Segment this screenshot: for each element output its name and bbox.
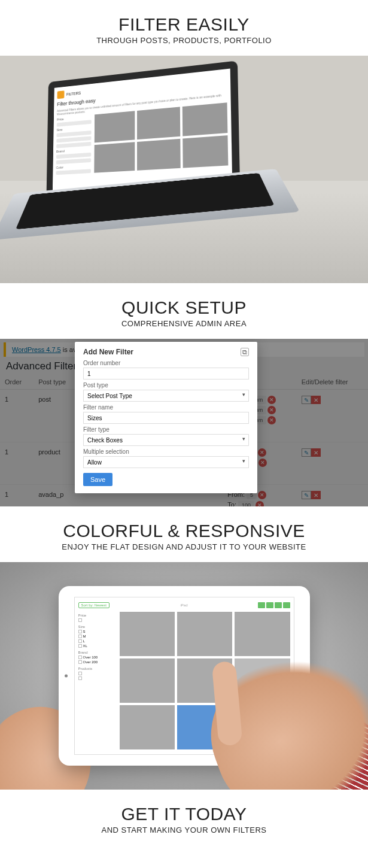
product-gallery	[94, 102, 228, 172]
label-filter-name: Filter name	[83, 404, 249, 411]
checkbox-option[interactable]: XL	[83, 644, 87, 648]
section-3-subtitle: ENJOY THE FLAT DESIGN AND ADJUST IT TO Y…	[6, 542, 362, 551]
section-4-heading: GET IT TODAY AND START MAKING YOUR OWN F…	[0, 790, 368, 845]
checkbox-option[interactable]: M	[83, 635, 86, 638]
checkbox-option[interactable]: Over 200	[83, 660, 98, 664]
label-post-type: Post type	[83, 382, 249, 389]
save-button[interactable]: Save	[83, 473, 112, 486]
sidebar-label: Color	[56, 164, 91, 169]
modal-title: Add New Filter	[83, 348, 133, 356]
logo-icon	[57, 90, 64, 99]
section-3-heading: COLORFUL & RESPONSIVE ENJOY THE FLAT DES…	[0, 506, 368, 562]
section-4-title: GET IT TODAY	[6, 804, 362, 824]
label-order-number: Order number	[83, 360, 249, 366]
close-icon[interactable]: ⧉	[241, 348, 249, 356]
brand-label: FILTERS	[66, 91, 81, 96]
filter-sidebar: Price Size S M L XL Brand Over 100 Over …	[78, 612, 117, 749]
post-type-select[interactable]: Select Post Type	[83, 390, 249, 402]
order-number-input[interactable]	[83, 368, 249, 380]
section-1-subtitle: THROUGH POSTS, PRODUCTS, PORTFOLIO	[6, 36, 362, 45]
view-toggle[interactable]	[258, 602, 290, 608]
section-1-heading: FILTER EASILY THROUGH POSTS, PRODUCTS, P…	[0, 0, 368, 56]
label-multiple-selection: Multiple selection	[83, 448, 249, 455]
sidebar-label: Products	[78, 667, 117, 670]
section-1-title: FILTER EASILY	[6, 14, 362, 35]
section-4-subtitle: AND START MAKING YOUR OWN FILTERS	[6, 825, 362, 834]
sidebar-label: Price	[78, 614, 117, 617]
add-filter-modal: Add New Filter ⧉ Order number Post type …	[75, 342, 257, 493]
admin-screenshot: WordPress 4.7.5 is available! Please upd…	[0, 339, 368, 506]
multiple-selection-select[interactable]: Allow	[83, 456, 249, 468]
sidebar-label: Size	[78, 625, 117, 629]
device-label: iPad	[180, 603, 187, 607]
section-2-subtitle: COMPREHENSIVE ADMIN AREA	[6, 319, 362, 328]
label-filter-type: Filter type	[83, 426, 249, 433]
camera-icon	[65, 675, 68, 678]
section-2-title: QUICK SETUP	[6, 298, 362, 318]
tablet-photo: Sort by: Newest iPad Price Size S M L XL…	[0, 562, 368, 790]
filter-type-select[interactable]: Check Boxes	[83, 434, 249, 446]
checkbox-option[interactable]: S	[83, 630, 86, 633]
sidebar-label: Brand	[78, 651, 117, 654]
laptop-device: FILTERS Filter through easy Advanced Fil…	[30, 68, 281, 271]
section-3-title: COLORFUL & RESPONSIVE	[6, 521, 362, 541]
filter-sidebar: Price Size Brand Color	[56, 115, 91, 175]
filter-name-input[interactable]	[83, 412, 249, 424]
checkbox-option[interactable]: L	[83, 639, 85, 643]
laptop-photo: FILTERS Filter through easy Advanced Fil…	[0, 56, 368, 283]
sort-chip[interactable]: Sort by: Newest	[78, 602, 110, 608]
section-2-heading: QUICK SETUP COMPREHENSIVE ADMIN AREA	[0, 283, 368, 339]
checkbox-option[interactable]: Over 100	[83, 655, 98, 659]
